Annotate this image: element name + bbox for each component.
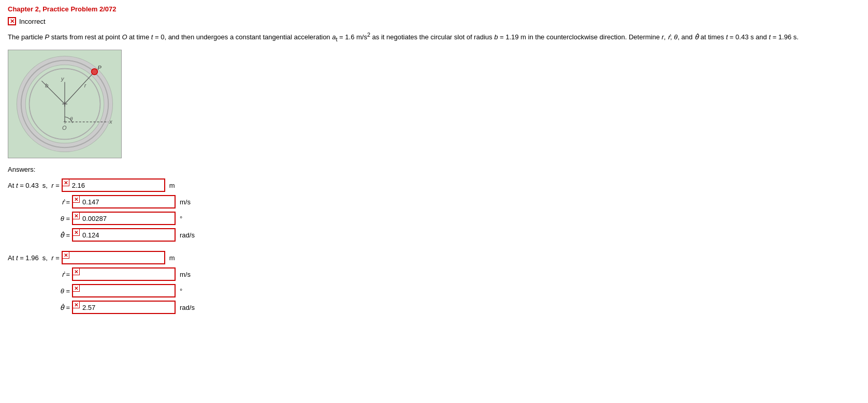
t2-time-label: At t = 1.96 s, r = bbox=[8, 254, 60, 262]
t2-thetadot-row: θ̇ = ✕ rad/s bbox=[8, 301, 860, 314]
t1-theta-input[interactable] bbox=[72, 212, 176, 225]
t1-thetadot-input-wrapper: ✕ bbox=[72, 228, 176, 242]
incorrect-row: ✕ Incorrect bbox=[8, 17, 860, 25]
t1-rdot-row: ṙ = ✕ m/s bbox=[8, 195, 860, 208]
t1-section: At t = 0.43 s, r = ✕ m ṙ = ✕ m/s θ = ✕ °… bbox=[8, 178, 860, 242]
t2-rdot-error-icon: ✕ bbox=[73, 268, 80, 275]
t2-r-row: At t = 1.96 s, r = ✕ m bbox=[8, 251, 860, 264]
t1-time-label: At t = 0.43 s, r = bbox=[8, 182, 60, 189]
diagram: b r P y x θ O + bbox=[8, 50, 122, 158]
t1-rdot-error-icon: ✕ bbox=[73, 196, 80, 203]
t2-thetadot-input[interactable] bbox=[72, 301, 176, 314]
t2-r-input-wrapper: ✕ bbox=[62, 251, 165, 264]
t2-theta-input[interactable] bbox=[72, 284, 176, 297]
t1-r-error-icon: ✕ bbox=[62, 179, 69, 186]
t1-r-input[interactable] bbox=[62, 178, 165, 192]
t1-theta-unit: ° bbox=[180, 215, 182, 222]
incorrect-icon: ✕ bbox=[8, 17, 16, 25]
t2-theta-input-wrapper: ✕ bbox=[72, 284, 176, 297]
t1-r-row: At t = 0.43 s, r = ✕ m bbox=[8, 178, 860, 192]
t2-theta-unit: ° bbox=[180, 287, 182, 295]
t2-section: At t = 1.96 s, r = ✕ m ṙ = ✕ m/s θ = ✕ °… bbox=[8, 251, 860, 314]
t2-r-unit: m bbox=[169, 254, 175, 262]
svg-text:P: P bbox=[97, 65, 102, 71]
answers-label: Answers: bbox=[8, 166, 860, 173]
t1-rdot-input[interactable] bbox=[72, 195, 176, 208]
t2-rdot-row: ṙ = ✕ m/s bbox=[8, 267, 860, 281]
t1-r-unit: m bbox=[169, 182, 175, 189]
t1-rdot-input-wrapper: ✕ bbox=[72, 195, 176, 208]
svg-text:θ: θ bbox=[70, 116, 73, 122]
t1-thetadot-label: θ̇ = bbox=[54, 231, 70, 239]
t1-rdot-unit: m/s bbox=[180, 198, 191, 206]
svg-text:r: r bbox=[84, 82, 86, 88]
t2-theta-label: θ = bbox=[54, 287, 70, 295]
t1-thetadot-error-icon: ✕ bbox=[73, 229, 80, 236]
t1-thetadot-unit: rad/s bbox=[180, 231, 195, 239]
t2-thetadot-input-wrapper: ✕ bbox=[72, 301, 176, 314]
t2-thetadot-error-icon: ✕ bbox=[73, 301, 80, 308]
t1-theta-input-wrapper: ✕ bbox=[72, 212, 176, 225]
chapter-title: Chapter 2, Practice Problem 2/072 bbox=[8, 5, 860, 13]
t2-rdot-label: ṙ = bbox=[54, 271, 70, 278]
svg-text:y: y bbox=[61, 76, 64, 82]
t1-r-input-wrapper: ✕ bbox=[62, 178, 165, 192]
t2-r-error-icon: ✕ bbox=[62, 251, 69, 259]
t2-theta-row: θ = ✕ ° bbox=[8, 284, 860, 297]
svg-text:x: x bbox=[109, 118, 112, 125]
t2-thetadot-unit: rad/s bbox=[180, 304, 195, 311]
t1-thetadot-input[interactable] bbox=[72, 228, 176, 242]
t2-r-input[interactable] bbox=[62, 251, 165, 264]
svg-point-12 bbox=[92, 69, 98, 75]
t2-rdot-input[interactable] bbox=[72, 267, 176, 281]
t1-theta-row: θ = ✕ ° bbox=[8, 212, 860, 225]
problem-text: The particle P starts from rest at point… bbox=[8, 31, 860, 43]
t2-rdot-unit: m/s bbox=[180, 271, 191, 278]
t2-theta-error-icon: ✕ bbox=[73, 285, 80, 292]
svg-text:+: + bbox=[63, 118, 67, 126]
t1-thetadot-row: θ̇ = ✕ rad/s bbox=[8, 228, 860, 242]
t1-theta-label: θ = bbox=[54, 215, 70, 222]
t1-rdot-label: ṙ = bbox=[54, 198, 70, 206]
incorrect-label: Incorrect bbox=[19, 18, 46, 25]
svg-text:b: b bbox=[45, 82, 48, 88]
t1-theta-error-icon: ✕ bbox=[73, 212, 80, 219]
t2-rdot-input-wrapper: ✕ bbox=[72, 267, 176, 281]
t2-thetadot-label: θ̇ = bbox=[54, 304, 70, 311]
